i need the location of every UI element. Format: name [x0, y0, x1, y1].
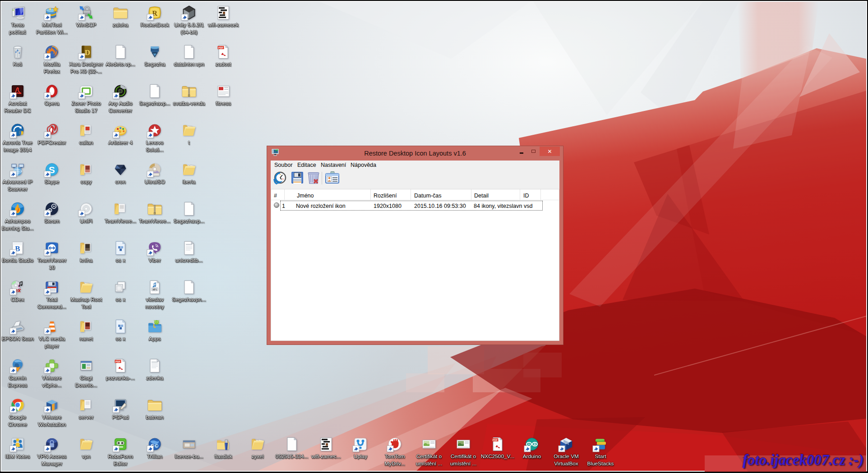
svg-text:PDF: PDF	[493, 439, 498, 441]
svg-text:PDF: PDF	[218, 46, 223, 49]
svg-text:MP3: MP3	[152, 289, 157, 291]
svg-text:D: D	[85, 48, 90, 57]
svg-text:PDF: PDF	[115, 360, 120, 363]
